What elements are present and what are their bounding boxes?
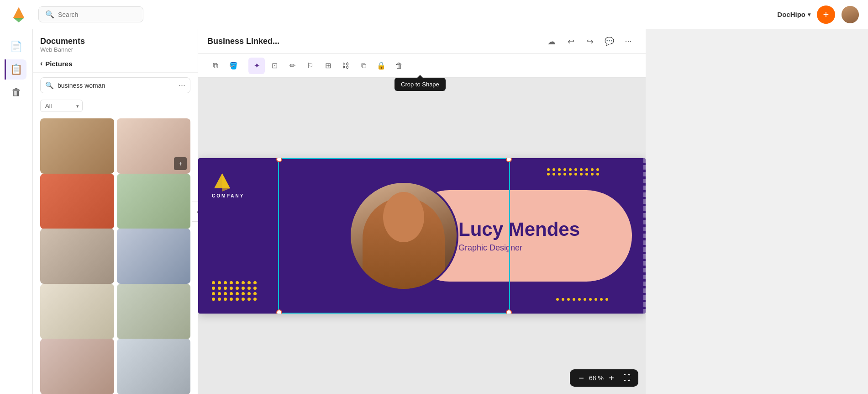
back-arrow-icon: ‹ — [40, 59, 42, 68]
pencil-icon: ✏ — [289, 61, 295, 70]
cloud-save-button[interactable]: ☁ — [543, 33, 560, 50]
delete-icon: 🗑 — [395, 62, 403, 70]
image-search-input[interactable] — [58, 82, 175, 89]
select-tool-button[interactable]: ✦ — [248, 58, 265, 74]
redo-icon: ↪ — [587, 37, 594, 47]
cloud-icon: ☁ — [547, 37, 556, 47]
collapse-panel-button[interactable]: ‹ — [192, 202, 198, 222]
zoom-bar: − 68 % + ⛶ — [570, 369, 638, 387]
back-button[interactable]: ‹ Pictures — [33, 55, 198, 73]
svg-marker-2 — [222, 173, 231, 192]
doc-actions: ☁ ↩ ↪ 💬 ··· — [543, 33, 637, 50]
back-label: Pictures — [45, 60, 72, 68]
bottom-right-dots — [556, 298, 609, 301]
crop-shape-icon: ⊡ — [272, 61, 278, 70]
sidebar-item-trash[interactable]: 🗑 — [6, 82, 26, 102]
delete-style-button[interactable]: 🪣 — [225, 58, 242, 74]
flag-tool-button[interactable]: ⚐ — [302, 58, 318, 74]
image-grid: + — [33, 116, 198, 394]
select-icon: ✦ — [254, 61, 260, 70]
list-item[interactable] — [40, 339, 114, 394]
grid-icon: ⊞ — [325, 61, 331, 70]
list-item[interactable] — [117, 339, 191, 394]
search-icon: 🔍 — [45, 81, 54, 90]
main-canvas-area: Business Linked... ☁ ↩ ↪ 💬 ··· — [198, 29, 646, 394]
search-icon: 🔍 — [45, 10, 54, 19]
fullscreen-icon: ⛶ — [623, 374, 631, 382]
grid-tool-button[interactable]: ⊞ — [320, 58, 336, 74]
person-job-title: Graphic Designer — [458, 243, 632, 253]
delete-element-button[interactable]: 🗑 — [391, 58, 407, 74]
bottom-dots — [212, 281, 257, 301]
list-item[interactable] — [117, 174, 191, 229]
list-item[interactable] — [40, 174, 114, 229]
dashed-right-border — [637, 158, 646, 314]
comment-icon: 💬 — [605, 37, 614, 46]
person-name: Lucy Mendes — [458, 219, 632, 240]
copy-icon: ⧉ — [213, 61, 218, 70]
zoom-out-icon: − — [579, 373, 584, 383]
layers-icon: ⧉ — [361, 62, 366, 70]
list-item[interactable] — [117, 284, 191, 339]
add-new-button[interactable]: + — [817, 5, 835, 24]
image-search-bar: 🔍 ··· — [40, 77, 190, 93]
person-photo-circle[interactable] — [349, 181, 458, 291]
undo-button[interactable]: ↩ — [563, 33, 579, 50]
document-icon: 📄 — [10, 41, 22, 53]
search-container: 🔍 — [38, 6, 143, 22]
sidebar: 📄 📋 🗑 — [0, 29, 33, 394]
chevron-down-icon: ▾ — [808, 11, 810, 18]
toolbar: ⧉ 🪣 ✦ ⊡ ✏ ⚐ ⊞ ⛓ — [198, 54, 646, 78]
pencil-tool-button[interactable]: ✏ — [284, 58, 300, 74]
link-tool-button[interactable]: ⛓ — [337, 58, 354, 74]
app-logo[interactable] — [9, 5, 28, 24]
filter-row: All Free Premium ▾ — [33, 98, 198, 116]
top-right-dots — [547, 168, 600, 176]
delete-style-icon: 🪣 — [229, 62, 238, 70]
filter-select[interactable]: All Free Premium — [40, 100, 83, 112]
doc-title: Business Linked... — [207, 37, 539, 46]
flag-icon: ⚐ — [307, 61, 313, 70]
list-item[interactable] — [40, 118, 114, 174]
zoom-out-button[interactable]: − — [575, 372, 587, 384]
lock-icon: 🔒 — [377, 61, 386, 70]
zoom-in-icon: + — [609, 373, 614, 383]
dochipo-button[interactable]: DocHipo ▾ — [777, 11, 810, 18]
zoom-value: 68 — [589, 374, 596, 382]
zoom-unit: % — [598, 374, 604, 382]
canvas-wrapper: + ⧉ ⊞ ⊟ — [198, 78, 646, 394]
link-icon: ⛓ — [342, 62, 349, 70]
list-item[interactable] — [117, 229, 191, 284]
crop-shape-button[interactable]: ⊡ — [266, 58, 283, 74]
undo-icon: ↩ — [568, 37, 574, 47]
separator — [245, 60, 245, 71]
panel-subtitle: Web Banner — [40, 46, 190, 53]
avatar[interactable] — [842, 6, 859, 23]
list-item[interactable]: + — [117, 118, 191, 174]
search-more-button[interactable]: ··· — [179, 80, 185, 90]
list-item[interactable] — [40, 229, 114, 284]
fullscreen-button[interactable]: ⛶ — [621, 372, 633, 384]
company-name: COMPANY — [212, 193, 244, 198]
logo-icon — [212, 171, 232, 192]
list-item[interactable] — [40, 284, 114, 339]
sidebar-item-templates[interactable]: 📋 — [5, 59, 26, 80]
sidebar-item-documents[interactable]: 📄 — [6, 37, 26, 57]
banner-canvas[interactable]: COMPANY — [198, 158, 646, 314]
trash-icon: 🗑 — [11, 86, 21, 98]
pictures-panel: Documents Web Banner ‹ Pictures 🔍 ··· Al… — [33, 29, 198, 394]
more-icon: ··· — [625, 37, 631, 46]
template-icon: 📋 — [10, 64, 22, 75]
more-options-button[interactable]: ··· — [620, 33, 637, 50]
doc-titlebar: Business Linked... ☁ ↩ ↪ 💬 ··· — [198, 29, 646, 54]
redo-button[interactable]: ↪ — [582, 33, 598, 50]
panel-header: Documents Web Banner — [33, 29, 198, 55]
search-input[interactable] — [58, 11, 131, 18]
comment-button[interactable]: 💬 — [601, 33, 617, 50]
copy-tool-button[interactable]: ⧉ — [207, 58, 224, 74]
dochipo-label: DocHipo — [777, 11, 805, 18]
layers-button[interactable]: ⧉ — [355, 58, 372, 74]
lock-button[interactable]: 🔒 — [373, 58, 389, 74]
zoom-in-button[interactable]: + — [605, 372, 617, 384]
panel-title: Documents — [40, 37, 190, 46]
